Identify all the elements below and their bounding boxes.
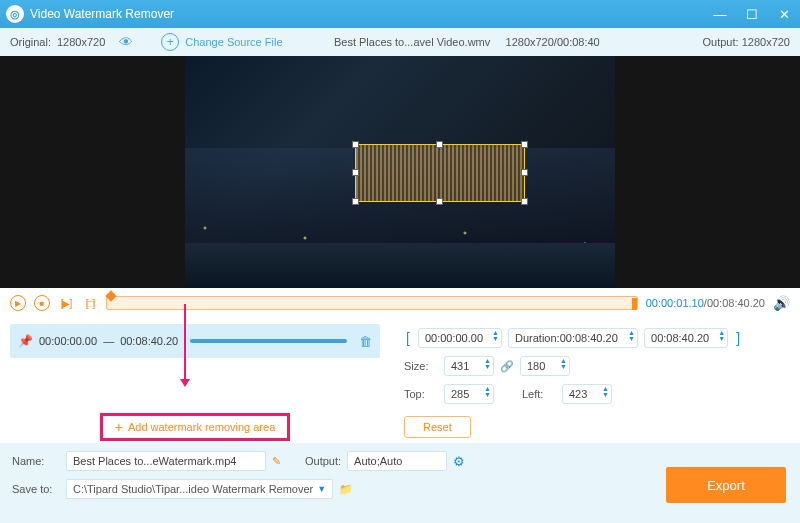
play-button[interactable]: ▶ — [10, 295, 26, 311]
edit-name-icon[interactable]: ✎ — [272, 455, 281, 468]
file-res-time: 1280x720/00:08:40 — [506, 36, 600, 48]
left-field[interactable]: 423▲▼ — [562, 384, 612, 404]
width-field[interactable]: 431▲▼ — [444, 356, 494, 376]
add-area-label: Add watermark removing area — [128, 421, 275, 433]
controls-panel: [ 00:00:00.00▲▼ Duration:00:08:40.20▲▼ 0… — [390, 318, 800, 443]
time-display: 00:00:01.10/00:08:40.20 — [646, 297, 765, 309]
volume-icon[interactable]: 🔊 — [773, 295, 790, 311]
file-name: Best Places to...avel Video.wmv — [334, 36, 490, 48]
playbar: ▶ ■ [▶] [□] 00:00:01.10/00:08:40.20 🔊 — [0, 288, 800, 318]
open-folder-icon[interactable]: 📁 — [339, 483, 353, 496]
resize-handle-ml[interactable] — [352, 169, 359, 176]
scrubber-handle[interactable] — [105, 290, 116, 301]
duration-field[interactable]: Duration:00:08:40.20▲▼ — [508, 328, 638, 348]
maximize-button[interactable]: ☐ — [736, 0, 768, 28]
output-value: 1280x720 — [742, 36, 790, 48]
minimize-button[interactable]: — — [704, 0, 736, 28]
resize-handle-br[interactable] — [521, 198, 528, 205]
annotation-arrow — [180, 304, 190, 387]
video-frame — [185, 56, 615, 288]
segment-track[interactable] — [190, 339, 347, 343]
name-field[interactable]: Best Places to...eWatermark.mp4 — [66, 451, 266, 471]
original-resolution: Original: 1280x720 👁 — [10, 34, 133, 50]
watermark-selection-box[interactable] — [355, 144, 525, 202]
output-label: Output: — [703, 36, 739, 48]
left-label: Left: — [522, 388, 556, 400]
file-info: Best Places to...avel Video.wmv 1280x720… — [334, 36, 600, 48]
set-start-icon[interactable]: [ — [404, 330, 412, 346]
saveto-dropdown[interactable]: C:\Tipard Studio\Tipar...ideo Watermark … — [66, 479, 333, 499]
end-time-field[interactable]: 00:08:40.20▲▼ — [644, 328, 728, 348]
segments-panel: 📌 00:00:00.00 — 00:08:40.20 🗑 + Add wate… — [0, 318, 390, 443]
pin-icon: 📌 — [18, 334, 33, 348]
titlebar: ◎ Video Watermark Remover — ☐ ✕ — [0, 0, 800, 28]
settings-icon[interactable]: ⚙ — [453, 454, 465, 469]
output-resolution: Output: 1280x720 — [703, 36, 790, 48]
video-preview[interactable] — [0, 56, 800, 288]
link-aspect-icon[interactable]: 🔗 — [500, 360, 514, 373]
stop-button[interactable]: ■ — [34, 295, 50, 311]
next-frame-button[interactable]: [□] — [82, 295, 98, 311]
resize-handle-bl[interactable] — [352, 198, 359, 205]
output-fmt-field[interactable]: Auto;Auto — [347, 451, 447, 471]
export-button[interactable]: Export — [666, 467, 786, 503]
original-label: Original: — [10, 36, 51, 48]
resize-handle-bm[interactable] — [436, 198, 443, 205]
prev-frame-button[interactable]: [▶] — [58, 295, 74, 311]
bottom-bar: Name: Best Places to...eWatermark.mp4 ✎ … — [0, 443, 800, 523]
close-button[interactable]: ✕ — [768, 0, 800, 28]
resize-handle-tl[interactable] — [352, 141, 359, 148]
mid-panel: 📌 00:00:00.00 — 00:08:40.20 🗑 + Add wate… — [0, 318, 800, 443]
segment-sep: — — [103, 335, 114, 347]
preview-toggle-icon[interactable]: 👁 — [119, 34, 133, 50]
add-watermark-area-button[interactable]: + Add watermark removing area — [100, 413, 290, 441]
scrubber-end-handle[interactable] — [632, 298, 637, 310]
top-field[interactable]: 285▲▼ — [444, 384, 494, 404]
segment-end: 00:08:40.20 — [120, 335, 178, 347]
set-end-icon[interactable]: ] — [734, 330, 742, 346]
toolbar: Original: 1280x720 👁 + Change Source Fil… — [0, 28, 800, 56]
size-label: Size: — [404, 360, 438, 372]
reset-button[interactable]: Reset — [404, 416, 471, 438]
resize-handle-tm[interactable] — [436, 141, 443, 148]
segment-row[interactable]: 📌 00:00:00.00 — 00:08:40.20 🗑 — [10, 324, 380, 358]
app-logo-icon: ◎ — [6, 5, 24, 23]
change-source-label: Change Source File — [185, 36, 282, 48]
resize-handle-mr[interactable] — [521, 169, 528, 176]
plus-icon: + — [115, 419, 123, 435]
segment-start: 00:00:00.00 — [39, 335, 97, 347]
original-value: 1280x720 — [57, 36, 105, 48]
change-source-button[interactable]: + Change Source File — [161, 33, 282, 51]
saveto-value: C:\Tipard Studio\Tipar...ideo Watermark … — [73, 483, 313, 495]
name-label: Name: — [12, 455, 60, 467]
saveto-label: Save to: — [12, 483, 60, 495]
plus-circle-icon: + — [161, 33, 179, 51]
duration-time: 00:08:40.20 — [707, 297, 765, 309]
start-time-field[interactable]: 00:00:00.00▲▼ — [418, 328, 502, 348]
chevron-down-icon: ▼ — [317, 484, 326, 494]
delete-segment-icon[interactable]: 🗑 — [359, 334, 372, 349]
top-label: Top: — [404, 388, 438, 400]
height-field[interactable]: 180▲▼ — [520, 356, 570, 376]
output-fmt-label: Output: — [305, 455, 341, 467]
app-title: Video Watermark Remover — [30, 7, 174, 21]
resize-handle-tr[interactable] — [521, 141, 528, 148]
current-time: 00:00:01.10 — [646, 297, 704, 309]
